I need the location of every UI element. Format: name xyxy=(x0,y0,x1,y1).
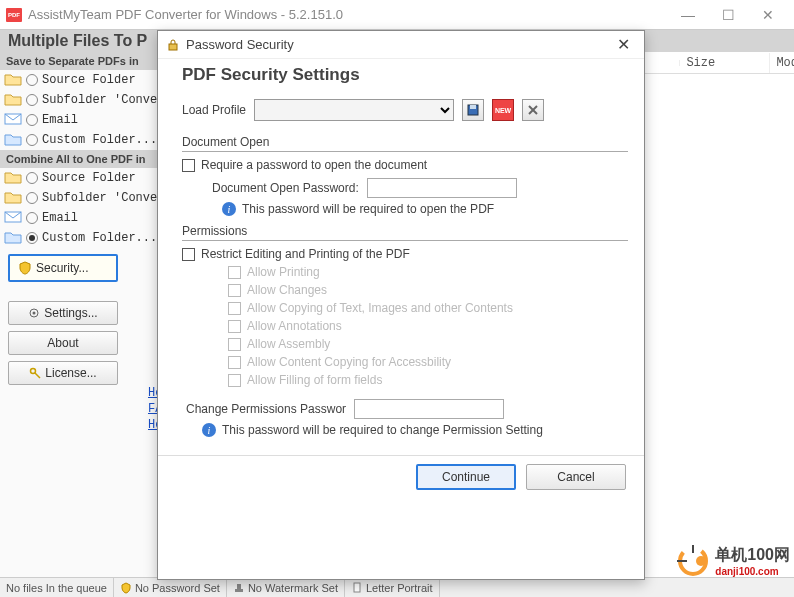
option-label: Source Folder xyxy=(42,73,136,87)
page-icon xyxy=(351,582,363,594)
key-icon xyxy=(29,367,41,379)
folder-orange-icon xyxy=(4,92,22,108)
folder-orange-icon xyxy=(4,190,22,206)
option-label: Email xyxy=(42,113,78,127)
change-permissions-password-input[interactable] xyxy=(354,399,504,419)
group-permissions-label: Permissions xyxy=(182,224,628,238)
dialog-title: Password Security xyxy=(186,37,611,52)
save-separate-item[interactable]: Source Folder xyxy=(0,70,168,90)
perm-option-checkbox[interactable] xyxy=(228,302,241,315)
floppy-icon xyxy=(467,104,479,116)
stamp-icon xyxy=(233,582,245,594)
app-icon: PDF xyxy=(6,8,22,22)
status-password: No Password Set xyxy=(114,578,227,597)
perm-option-checkbox[interactable] xyxy=(228,284,241,297)
settings-button[interactable]: Settings... xyxy=(8,301,118,325)
watermark-url: danji100.com xyxy=(715,566,790,577)
perm-option-checkbox[interactable] xyxy=(228,266,241,279)
new-profile-button[interactable]: NEW xyxy=(492,99,514,121)
x-icon xyxy=(528,105,538,115)
perm-option-label: Allow Annotations xyxy=(247,319,342,333)
radio[interactable] xyxy=(26,212,38,224)
license-button[interactable]: License... xyxy=(8,361,118,385)
radio[interactable] xyxy=(26,192,38,204)
option-label: Subfolder 'Conver xyxy=(42,191,164,205)
folder-blue-icon xyxy=(4,230,22,246)
perm-option-checkbox[interactable] xyxy=(228,338,241,351)
dialog-titlebar: Password Security ✕ xyxy=(158,31,644,59)
load-profile-label: Load Profile xyxy=(182,103,246,117)
status-files: No files In the queue xyxy=(0,578,114,597)
close-button[interactable]: ✕ xyxy=(748,1,788,29)
gear-icon xyxy=(28,307,40,319)
col-modified[interactable]: Modi xyxy=(770,53,794,73)
radio[interactable] xyxy=(26,232,38,244)
restrict-editing-checkbox[interactable] xyxy=(182,248,195,261)
require-password-label: Require a password to open the document xyxy=(201,158,427,172)
radio[interactable] xyxy=(26,74,38,86)
section-save-separate-head: Save to Separate PDFs in xyxy=(0,52,168,70)
combine-item[interactable]: Custom Folder... xyxy=(0,228,168,248)
watermark-name: 单机100网 xyxy=(715,545,790,566)
require-password-checkbox[interactable] xyxy=(182,159,195,172)
permissions-info-text: This password will be required to change… xyxy=(222,423,543,437)
page-title: Multiple Files To P xyxy=(8,32,147,50)
load-profile-select[interactable] xyxy=(254,99,454,121)
window-titlebar: PDF AssistMyTeam PDF Converter for Windo… xyxy=(0,0,794,30)
option-label: Custom Folder... xyxy=(42,231,157,245)
section-combine-head: Combine All to One PDF in xyxy=(0,150,168,168)
perm-option-label: Allow Copying of Text, Images and other … xyxy=(247,301,513,315)
perm-option-label: Allow Changes xyxy=(247,283,327,297)
maximize-button[interactable]: ☐ xyxy=(708,1,748,29)
save-separate-item[interactable]: Email xyxy=(0,110,168,130)
radio[interactable] xyxy=(26,134,38,146)
window-title: AssistMyTeam PDF Converter for Windows -… xyxy=(28,7,668,22)
save-profile-button[interactable] xyxy=(462,99,484,121)
lock-icon xyxy=(166,38,180,52)
watermark-icon xyxy=(675,543,711,579)
svg-rect-11 xyxy=(470,105,476,109)
perm-option-label: Allow Printing xyxy=(247,265,320,279)
status-bar: No files In the queue No Password Set No… xyxy=(0,577,794,597)
option-label: Email xyxy=(42,211,78,225)
folder-orange-icon xyxy=(4,72,22,88)
radio[interactable] xyxy=(26,114,38,126)
perm-option-checkbox[interactable] xyxy=(228,356,241,369)
option-label: Subfolder 'Conver xyxy=(42,93,164,107)
radio[interactable] xyxy=(26,94,38,106)
radio[interactable] xyxy=(26,172,38,184)
shield-icon xyxy=(120,582,132,594)
save-separate-item[interactable]: Custom Folder... xyxy=(0,130,168,150)
left-sidebar: Save to Separate PDFs in Source FolderSu… xyxy=(0,52,169,577)
perm-option-checkbox[interactable] xyxy=(228,374,241,387)
restrict-editing-label: Restrict Editing and Printing of the PDF xyxy=(201,247,410,261)
perm-option-label: Allow Content Copying for Accessbility xyxy=(247,355,451,369)
delete-profile-button[interactable] xyxy=(522,99,544,121)
info-icon: i xyxy=(202,423,216,437)
minimize-button[interactable]: — xyxy=(668,1,708,29)
doc-open-password-label: Document Open Password: xyxy=(212,181,359,195)
svg-line-5 xyxy=(35,373,40,378)
option-label: Custom Folder... xyxy=(42,133,157,147)
doc-open-password-input[interactable] xyxy=(367,178,517,198)
cancel-button[interactable]: Cancel xyxy=(526,464,626,490)
combine-item[interactable]: Source Folder xyxy=(0,168,168,188)
perm-option-label: Allow Filling of form fields xyxy=(247,373,382,387)
security-button[interactable]: Security... xyxy=(8,254,118,282)
about-button[interactable]: About xyxy=(8,331,118,355)
col-size[interactable]: Size xyxy=(680,53,770,73)
svg-point-3 xyxy=(33,312,36,315)
email-icon xyxy=(4,112,22,128)
doc-open-info-text: This password will be required to open t… xyxy=(242,202,494,216)
continue-button[interactable]: Continue xyxy=(416,464,516,490)
combine-item[interactable]: Email xyxy=(0,208,168,228)
save-separate-item[interactable]: Subfolder 'Conver xyxy=(0,90,168,110)
perm-option-checkbox[interactable] xyxy=(228,320,241,333)
info-icon: i xyxy=(222,202,236,216)
combine-item[interactable]: Subfolder 'Conver xyxy=(0,188,168,208)
svg-rect-6 xyxy=(235,589,243,592)
dialog-close-button[interactable]: ✕ xyxy=(611,35,636,54)
email-icon xyxy=(4,210,22,226)
folder-orange-icon xyxy=(4,170,22,186)
status-orientation: Letter Portrait xyxy=(345,578,440,597)
